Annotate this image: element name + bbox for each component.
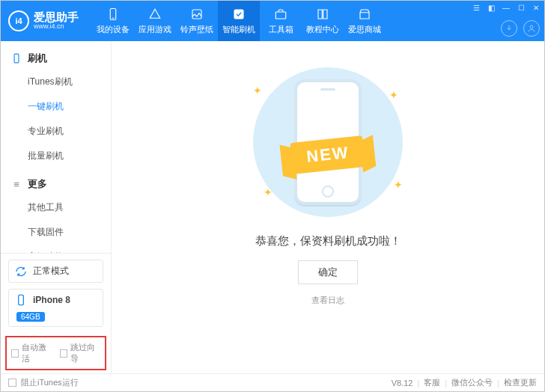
nav-label: 教程中心 [306, 24, 339, 35]
link-update[interactable]: 检查更新 [504, 377, 537, 388]
statusbar: 阻止iTunes运行 V8.12 | 客服 | 微信公众号 | 检查更新 [1, 373, 544, 391]
nav-label: 智能刷机 [222, 24, 255, 35]
link-support[interactable]: 客服 [424, 377, 440, 388]
nav-device[interactable]: 我的设备 [92, 1, 134, 41]
checkbox-block-itunes[interactable]: 阻止iTunes运行 [8, 377, 79, 388]
nav-label: 爱思商城 [348, 24, 381, 35]
book-icon [316, 7, 329, 21]
top-nav: 我的设备 应用游戏 铃声壁纸 智能刷机 工具箱 教程中心 [92, 1, 386, 41]
svg-point-5 [530, 25, 533, 28]
menu-icon: ≡ [11, 179, 22, 189]
svg-rect-6 [14, 54, 19, 63]
phone-icon [106, 7, 120, 21]
checkbox-icon [11, 349, 19, 358]
checkbox-autoactivate[interactable]: 自动激活 [11, 342, 52, 364]
options-box: 自动激活 跳过向导 [5, 336, 106, 370]
mode-label: 正常模式 [33, 265, 69, 278]
sparkle-icon: ✦ [389, 89, 398, 101]
nav-label: 工具箱 [269, 24, 293, 35]
checkbox-icon [60, 349, 67, 358]
brand-logo-icon: i4 [8, 10, 29, 31]
nav-label: 应用游戏 [138, 24, 171, 35]
window-controls: ☰ ◧ — ☐ ✕ [471, 2, 541, 13]
toolbox-icon [274, 7, 287, 21]
side-item-batch[interactable]: 批量刷机 [1, 144, 111, 168]
nav-tutorial[interactable]: 教程中心 [302, 1, 344, 41]
phone-icon [11, 53, 22, 64]
side-item-other[interactable]: 其他工具 [1, 195, 111, 220]
sparkle-icon: ✦ [394, 179, 403, 191]
separator: | [496, 379, 501, 388]
app-window: i4 爱思助手 www.i4.cn 我的设备 应用游戏 铃声壁纸 智能刷机 [0, 0, 545, 392]
nav-mall[interactable]: 爱思商城 [344, 1, 386, 41]
download-button[interactable] [501, 20, 517, 37]
flash-icon [232, 7, 246, 21]
main-pane: ✦ ✦ ✦ ✦ NEW 恭喜您，保资料刷机成功啦！ 确定 查看日志 [112, 41, 544, 373]
user-button[interactable] [523, 20, 540, 37]
sparkle-icon: ✦ [264, 186, 272, 198]
device-name: iPhone 8 [33, 295, 70, 305]
brand: i4 爱思助手 www.i4.cn [1, 1, 86, 41]
svg-rect-4 [275, 12, 286, 19]
sparkle-icon: ✦ [253, 85, 262, 97]
skin-icon[interactable]: ◧ [486, 2, 496, 13]
side-group-label: 更多 [28, 177, 47, 191]
side-item-itunes[interactable]: iTunes刷机 [1, 70, 111, 94]
side-item-adv[interactable]: 高级功能 [1, 245, 111, 253]
body: 刷机 iTunes刷机 一键刷机 专业刷机 批量刷机 ≡ 更多 其他工具 下载固… [1, 41, 544, 373]
refresh-icon [15, 266, 27, 278]
success-hero: ✦ ✦ ✦ ✦ NEW [238, 64, 418, 221]
separator: | [443, 379, 448, 388]
side-group-header[interactable]: ≡ 更多 [1, 173, 111, 195]
svg-rect-7 [19, 295, 24, 304]
checkbox-skipguide[interactable]: 跳过向导 [60, 342, 101, 364]
device-row[interactable]: iPhone 8 64GB [8, 289, 103, 327]
top-right-controls [501, 20, 540, 37]
brand-url: www.i4.cn [34, 23, 79, 31]
nav-ring[interactable]: 铃声壁纸 [176, 1, 218, 41]
svg-rect-3 [234, 10, 243, 19]
side-item-oneclick[interactable]: 一键刷机 [1, 94, 111, 119]
side-group-flash: 刷机 iTunes刷机 一键刷机 专业刷机 批量刷机 [1, 47, 111, 168]
side-group-header[interactable]: 刷机 [1, 47, 111, 70]
checkbox-label: 自动激活 [22, 342, 52, 364]
side-item-pro[interactable]: 专业刷机 [1, 119, 111, 144]
side-item-firmware[interactable]: 下载固件 [1, 220, 111, 245]
view-log-link[interactable]: 查看日志 [311, 295, 344, 306]
success-message: 恭喜您，保资料刷机成功啦！ [255, 234, 401, 248]
sidebar: 刷机 iTunes刷机 一键刷机 专业刷机 批量刷机 ≡ 更多 其他工具 下载固… [1, 41, 112, 373]
link-wechat[interactable]: 微信公众号 [451, 377, 493, 388]
ok-button[interactable]: 确定 [298, 260, 358, 284]
side-status: 正常模式 iPhone 8 64GB [1, 253, 111, 333]
brand-name: 爱思助手 [34, 11, 79, 24]
version-label: V8.12 [392, 379, 413, 388]
separator: | [415, 379, 421, 388]
minimize-icon[interactable]: — [501, 2, 511, 13]
nav-apps[interactable]: 应用游戏 [134, 1, 176, 41]
apps-icon [148, 7, 162, 21]
storage-badge: 64GB [16, 312, 45, 322]
side-group-label: 刷机 [28, 52, 47, 65]
side-group-more: ≡ 更多 其他工具 下载固件 高级功能 [1, 173, 111, 253]
settings-icon[interactable]: ☰ [471, 2, 481, 13]
nav-label: 铃声壁纸 [180, 24, 213, 35]
close-icon[interactable]: ✕ [531, 2, 541, 13]
phone-icon [15, 294, 27, 306]
nav-flash[interactable]: 智能刷机 [218, 1, 260, 41]
wallpaper-icon [190, 7, 204, 21]
statusbar-right: V8.12 | 客服 | 微信公众号 | 检查更新 [392, 377, 537, 388]
checkbox-icon [8, 379, 16, 387]
nav-label: 我的设备 [97, 24, 130, 35]
maximize-icon[interactable]: ☐ [516, 2, 526, 13]
checkbox-label: 阻止iTunes运行 [21, 377, 79, 388]
mode-row[interactable]: 正常模式 [8, 260, 103, 283]
store-icon [358, 7, 371, 21]
nav-tools[interactable]: 工具箱 [260, 1, 302, 41]
checkbox-label: 跳过向导 [70, 342, 100, 364]
topbar: i4 爱思助手 www.i4.cn 我的设备 应用游戏 铃声壁纸 智能刷机 [1, 1, 544, 41]
